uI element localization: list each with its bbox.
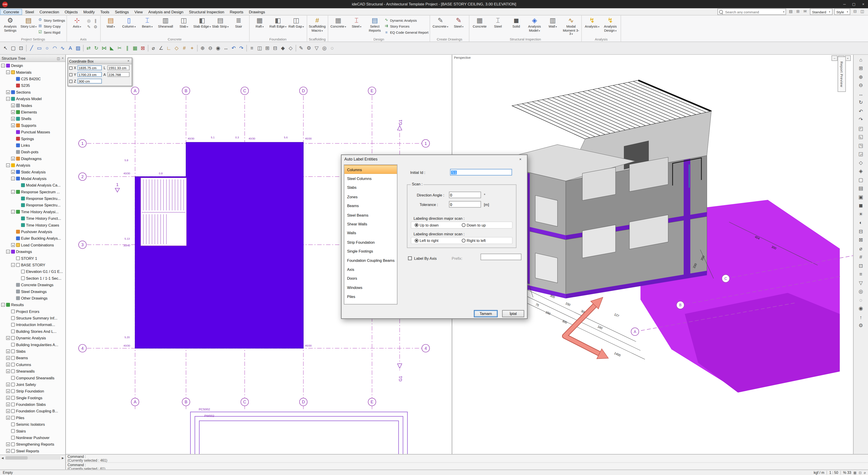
tree-item-joint-safety[interactable]: +Joint Safety	[0, 381, 65, 387]
standard-toolbar-combo[interactable]: Standard ▾	[810, 8, 833, 15]
tree-item-sections[interactable]: +Sections	[0, 89, 65, 95]
rendered-mode-icon[interactable]: ◼	[857, 201, 865, 210]
previous-view-icon[interactable]: ↶	[857, 107, 865, 116]
ribbon-story-copy-button[interactable]: ⊞Story Copy	[38, 23, 65, 29]
menu-view[interactable]: View	[131, 8, 145, 15]
ribbon-concrete-button[interactable]: ▦Concrete	[471, 16, 489, 29]
ok-button[interactable]: Tamam	[474, 310, 498, 317]
favorites-icon[interactable]: ▤	[788, 8, 794, 15]
radio-down-to-up[interactable]: Down to up	[462, 223, 508, 227]
tree-item-story-1[interactable]: STORY 1	[0, 255, 65, 261]
ribbon-dynamic-analysis-button[interactable]: ∿Dynamic Analysis	[384, 17, 428, 23]
spline-tool-icon[interactable]: ∿	[59, 44, 66, 52]
entity-type-single-footings[interactable]: Single Footings	[344, 247, 397, 256]
group-icon[interactable]: ◆	[279, 44, 287, 52]
ribbon-modal-moment-3-3-button[interactable]: ∿Modal Moment 3-3▾	[562, 16, 580, 36]
tree-item-load-combinations[interactable]: +Load Combinations	[0, 241, 65, 248]
shaded-mode-icon[interactable]: ▣	[857, 192, 865, 201]
tree-item-strengthening-reports[interactable]: +Strengthening Reports	[0, 441, 65, 447]
ribbon-slab-strip-button[interactable]: ▤Slab Strip▾	[211, 16, 229, 29]
trim-tool-icon[interactable]: ✂	[116, 44, 123, 52]
layers-icon[interactable]: ⊟	[852, 8, 858, 15]
coordinate-box[interactable]: Coordinate Box × X1835.75 cmL1551.33 cmY…	[68, 58, 132, 86]
grid-status-icon[interactable]: ▦	[854, 471, 857, 475]
tree-item-slabs[interactable]: +Slabs	[0, 348, 65, 354]
tree-expander-icon[interactable]: +	[6, 356, 10, 359]
tree-expander-icon[interactable]: +	[6, 90, 10, 94]
coordinate-lock-checkbox[interactable]	[69, 80, 72, 83]
tree-horizontal-scrollbar[interactable]: ◀ ▶	[0, 455, 65, 460]
text-tool-icon[interactable]: A	[66, 44, 74, 52]
tree-expander-icon[interactable]: +	[6, 349, 10, 353]
tree-item-seismic-isolators[interactable]: Seismic Isolators	[0, 421, 65, 427]
tree-item-materials[interactable]: −Materials	[0, 69, 65, 75]
tree-item-steel-reports[interactable]: +Steel Reports	[0, 447, 65, 454]
menu-steel[interactable]: Steel	[22, 8, 37, 15]
ribbon-concrete-button[interactable]: ✎Concrete▾	[431, 16, 450, 29]
ribbon-steel-button[interactable]: ✎Steel▾	[450, 16, 468, 29]
isolate-tool-icon[interactable]: ◎	[320, 44, 328, 52]
maximize-button[interactable]: ▢	[849, 0, 859, 8]
entity-type-zones[interactable]: Zones	[344, 192, 397, 201]
isolate-object-icon[interactable]: ◎	[857, 287, 865, 296]
measure-tool-icon[interactable]: ⌀	[149, 44, 157, 52]
tree-item-pushover-analysis[interactable]: Pushover Analysis	[0, 228, 65, 235]
perspective-view-icon[interactable]: ◇	[857, 158, 865, 167]
tree-expander-icon[interactable]: +	[6, 442, 10, 446]
tree-item-response-spectru[interactable]: Response Spectru...	[0, 195, 65, 202]
ribbon-analysis-design-button[interactable]: ↯Analysis Design▾	[601, 16, 620, 33]
tree-item-steel-drawings[interactable]: Steel Drawings	[0, 288, 65, 294]
coordinate-box-titlebar[interactable]: Coordinate Box ×	[68, 58, 132, 64]
tolerance-input[interactable]: 0	[449, 201, 481, 208]
tree-item-euler-buckling-analys[interactable]: Euler Buckling Analys...	[0, 235, 65, 241]
tree-item-introduction-informati[interactable]: Introduction Informati...	[0, 321, 65, 328]
selection-filter-icon[interactable]: ▽	[857, 278, 865, 287]
pan-tool-icon[interactable]: ↔	[222, 44, 230, 52]
scale-tool-icon[interactable]: ◣	[108, 44, 116, 52]
ribbon-raft-gap-button[interactable]: ◫Raft Gap▾	[287, 16, 305, 29]
entity-type-steel-columns[interactable]: Steel Columns	[344, 174, 397, 183]
units-status-icon[interactable]: ⌀	[864, 471, 866, 475]
snap-toggle-3d-icon[interactable]: ⊡	[857, 261, 865, 270]
ribbon-story-forces-button[interactable]: ⇉Story Forces	[384, 23, 428, 29]
grid-toggle-3d-icon[interactable]: #	[857, 253, 865, 261]
ribbon-story-list-button[interactable]: ▤Story List▾	[20, 16, 38, 29]
tree-item-single-footings[interactable]: +Single Footings	[0, 394, 65, 401]
orbit-icon[interactable]: ↻	[857, 98, 865, 107]
camera-icon[interactable]: ◉	[857, 304, 865, 313]
command-search-box[interactable]: ▾	[717, 8, 786, 15]
measure-3d-icon[interactable]: ⌀	[857, 244, 865, 253]
rectangle-tool-icon[interactable]: ▭	[35, 44, 43, 52]
command-prompt[interactable]: Command :	[66, 463, 868, 467]
tree-expander-icon[interactable]: −	[1, 63, 5, 67]
menu-settings[interactable]: Settings	[112, 8, 131, 15]
entity-type-strip-foundation[interactable]: Strip Foundation	[344, 238, 397, 247]
tree-expander-icon[interactable]: −	[11, 176, 15, 180]
close-button[interactable]: ×	[859, 0, 868, 8]
tree-expander-icon[interactable]: +	[6, 409, 10, 413]
tree-item-foundation-coupling-b[interactable]: +Foundation Coupling B...	[0, 407, 65, 414]
circle-tool-icon[interactable]: ○	[43, 44, 51, 52]
tree-expander-icon[interactable]: +	[11, 156, 15, 160]
visibility-tool-icon[interactable]: ◌	[328, 44, 336, 52]
zoom-in-icon[interactable]: ⊕	[857, 72, 865, 81]
tree-expander-icon[interactable]: +	[11, 117, 15, 120]
y-coordinate-input[interactable]: 1700.23 cm	[78, 72, 102, 77]
tree-item-nonlinear-pushover[interactable]: Nonlinear Pushover	[0, 434, 65, 441]
tree-item-piles[interactable]: +Piles	[0, 414, 65, 421]
tree-item-other-drawings[interactable]: Other Drawings	[0, 295, 65, 301]
tree-item-compound-shearwalls[interactable]: Compound Shearwalls	[0, 375, 65, 381]
scroll-right-icon[interactable]: ▶	[60, 455, 65, 460]
print-icon[interactable]: ⊞	[795, 8, 801, 15]
coordinate-lock-checkbox[interactable]	[69, 66, 72, 70]
mirror-tool-icon[interactable]: ⋈	[100, 44, 108, 52]
view-settings-icon[interactable]: ⚙	[857, 322, 865, 330]
ribbon-story-settings-button[interactable]: ⚙Story Settings	[38, 17, 65, 23]
next-view-icon[interactable]: ↷	[857, 116, 865, 124]
minimize-button[interactable]: ─	[840, 0, 849, 8]
menu-reports[interactable]: Reports	[227, 8, 246, 15]
tree-item-base-story[interactable]: −BASE STORY	[0, 261, 65, 268]
redo-icon[interactable]: ↷	[238, 44, 245, 52]
tree-item-elevation-g1-g1-e[interactable]: Elevation G1 / G1 E...	[0, 268, 65, 274]
ribbon-column-button[interactable]: ▯Column▾	[120, 16, 138, 29]
